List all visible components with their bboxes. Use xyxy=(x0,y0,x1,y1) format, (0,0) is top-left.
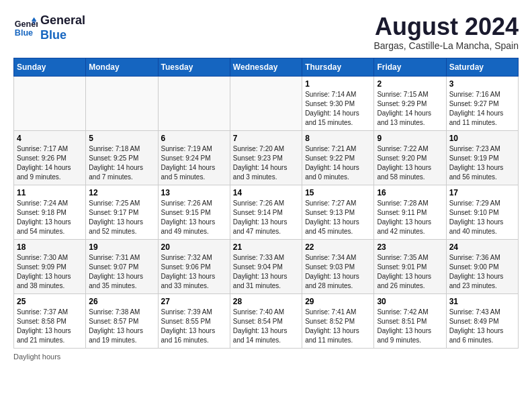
table-row: 23Sunrise: 7:35 AM Sunset: 9:01 PM Dayli… xyxy=(374,239,446,293)
day-number: 4 xyxy=(17,134,83,143)
month-title: August 2024 xyxy=(373,13,519,40)
day-number: 30 xyxy=(377,297,443,306)
day-number: 16 xyxy=(377,188,443,197)
day-number: 18 xyxy=(17,242,83,252)
day-info: Sunrise: 7:26 AM Sunset: 9:15 PM Dayligh… xyxy=(161,199,227,236)
table-row: 26Sunrise: 7:38 AM Sunset: 8:57 PM Dayli… xyxy=(86,293,158,348)
title-area: August 2024 Bargas, Castille-La Mancha, … xyxy=(373,13,519,51)
day-info: Sunrise: 7:38 AM Sunset: 8:57 PM Dayligh… xyxy=(89,308,154,345)
day-info: Sunrise: 7:36 AM Sunset: 9:00 PM Dayligh… xyxy=(449,253,515,291)
day-info: Sunrise: 7:19 AM Sunset: 9:24 PM Dayligh… xyxy=(161,144,227,182)
calendar-week-row: 11Sunrise: 7:24 AM Sunset: 9:18 PM Dayli… xyxy=(14,185,519,239)
day-info: Sunrise: 7:41 AM Sunset: 8:52 PM Dayligh… xyxy=(305,308,371,345)
day-info: Sunrise: 7:17 AM Sunset: 9:26 PM Dayligh… xyxy=(17,144,83,182)
day-number: 20 xyxy=(161,242,227,252)
day-info: Sunrise: 7:22 AM Sunset: 9:20 PM Dayligh… xyxy=(377,144,443,182)
logo-icon: General Blue xyxy=(13,16,38,40)
logo-text: General Blue xyxy=(40,13,85,42)
day-number: 1 xyxy=(305,79,371,89)
table-row: 17Sunrise: 7:29 AM Sunset: 9:10 PM Dayli… xyxy=(446,185,518,239)
calendar-week-row: 25Sunrise: 7:37 AM Sunset: 8:58 PM Dayli… xyxy=(14,293,519,348)
day-info: Sunrise: 7:43 AM Sunset: 8:49 PM Dayligh… xyxy=(449,308,515,345)
day-number: 27 xyxy=(161,297,227,306)
day-number: 25 xyxy=(17,297,83,306)
day-number: 9 xyxy=(377,134,443,143)
table-row xyxy=(230,76,302,130)
day-info: Sunrise: 7:16 AM Sunset: 9:27 PM Dayligh… xyxy=(449,90,515,128)
table-row: 24Sunrise: 7:36 AM Sunset: 9:00 PM Dayli… xyxy=(446,239,518,293)
table-row: 25Sunrise: 7:37 AM Sunset: 8:58 PM Dayli… xyxy=(14,293,86,348)
table-row: 14Sunrise: 7:26 AM Sunset: 9:14 PM Dayli… xyxy=(230,185,302,239)
day-info: Sunrise: 7:27 AM Sunset: 9:13 PM Dayligh… xyxy=(305,199,371,236)
day-number: 3 xyxy=(449,79,515,89)
day-info: Sunrise: 7:15 AM Sunset: 9:29 PM Dayligh… xyxy=(377,90,443,128)
table-row: 8Sunrise: 7:21 AM Sunset: 9:22 PM Daylig… xyxy=(302,130,374,185)
day-number: 22 xyxy=(305,242,371,252)
day-info: Sunrise: 7:37 AM Sunset: 8:58 PM Dayligh… xyxy=(17,308,83,345)
day-info: Sunrise: 7:29 AM Sunset: 9:10 PM Dayligh… xyxy=(449,199,515,236)
table-row: 2Sunrise: 7:15 AM Sunset: 9:29 PM Daylig… xyxy=(374,76,446,130)
day-info: Sunrise: 7:42 AM Sunset: 8:51 PM Dayligh… xyxy=(377,308,443,345)
table-row: 4Sunrise: 7:17 AM Sunset: 9:26 PM Daylig… xyxy=(14,130,86,185)
day-number: 12 xyxy=(89,188,154,197)
day-number: 19 xyxy=(89,242,154,252)
table-row: 6Sunrise: 7:19 AM Sunset: 9:24 PM Daylig… xyxy=(158,130,230,185)
day-number: 7 xyxy=(233,134,299,143)
day-number: 15 xyxy=(305,188,371,197)
day-info: Sunrise: 7:33 AM Sunset: 9:04 PM Dayligh… xyxy=(233,253,299,291)
table-row: 16Sunrise: 7:28 AM Sunset: 9:11 PM Dayli… xyxy=(374,185,446,239)
day-info: Sunrise: 7:14 AM Sunset: 9:30 PM Dayligh… xyxy=(305,90,371,128)
day-info: Sunrise: 7:21 AM Sunset: 9:22 PM Dayligh… xyxy=(305,144,371,182)
table-row: 5Sunrise: 7:18 AM Sunset: 9:25 PM Daylig… xyxy=(86,130,158,185)
table-row: 19Sunrise: 7:31 AM Sunset: 9:07 PM Dayli… xyxy=(86,239,158,293)
table-row: 7Sunrise: 7:20 AM Sunset: 9:23 PM Daylig… xyxy=(230,130,302,185)
day-info: Sunrise: 7:20 AM Sunset: 9:23 PM Dayligh… xyxy=(233,144,299,182)
day-number: 10 xyxy=(449,134,515,143)
col-thursday: Thursday xyxy=(302,58,374,76)
table-row: 31Sunrise: 7:43 AM Sunset: 8:49 PM Dayli… xyxy=(446,293,518,348)
logo: General Blue General Blue xyxy=(13,13,85,42)
table-row: 3Sunrise: 7:16 AM Sunset: 9:27 PM Daylig… xyxy=(446,76,518,130)
day-info: Sunrise: 7:28 AM Sunset: 9:11 PM Dayligh… xyxy=(377,199,443,236)
col-monday: Monday xyxy=(86,58,158,76)
table-row: 18Sunrise: 7:30 AM Sunset: 9:09 PM Dayli… xyxy=(14,239,86,293)
table-row: 29Sunrise: 7:41 AM Sunset: 8:52 PM Dayli… xyxy=(302,293,374,348)
day-info: Sunrise: 7:30 AM Sunset: 9:09 PM Dayligh… xyxy=(17,253,83,291)
table-row xyxy=(14,76,86,130)
day-info: Sunrise: 7:23 AM Sunset: 9:19 PM Dayligh… xyxy=(449,144,515,182)
calendar-header-row: Sunday Monday Tuesday Wednesday Thursday… xyxy=(14,58,519,76)
day-info: Sunrise: 7:34 AM Sunset: 9:03 PM Dayligh… xyxy=(305,253,371,291)
table-row xyxy=(158,76,230,130)
day-number: 26 xyxy=(89,297,154,306)
day-info: Sunrise: 7:35 AM Sunset: 9:01 PM Dayligh… xyxy=(377,253,443,291)
col-tuesday: Tuesday xyxy=(158,58,230,76)
day-number: 23 xyxy=(377,242,443,252)
table-row: 30Sunrise: 7:42 AM Sunset: 8:51 PM Dayli… xyxy=(374,293,446,348)
day-number: 6 xyxy=(161,134,227,143)
day-number: 24 xyxy=(449,242,515,252)
header: General Blue General Blue August 2024 Ba… xyxy=(13,13,519,51)
table-row: 12Sunrise: 7:25 AM Sunset: 9:17 PM Dayli… xyxy=(86,185,158,239)
day-number: 14 xyxy=(233,188,299,197)
col-wednesday: Wednesday xyxy=(230,58,302,76)
day-info: Sunrise: 7:40 AM Sunset: 8:54 PM Dayligh… xyxy=(233,308,299,345)
table-row: 10Sunrise: 7:23 AM Sunset: 9:19 PM Dayli… xyxy=(446,130,518,185)
day-number: 11 xyxy=(17,188,83,197)
svg-text:Blue: Blue xyxy=(15,28,33,37)
col-saturday: Saturday xyxy=(446,58,518,76)
table-row: 13Sunrise: 7:26 AM Sunset: 9:15 PM Dayli… xyxy=(158,185,230,239)
table-row: 22Sunrise: 7:34 AM Sunset: 9:03 PM Dayli… xyxy=(302,239,374,293)
day-info: Sunrise: 7:39 AM Sunset: 8:55 PM Dayligh… xyxy=(161,308,227,345)
table-row: 27Sunrise: 7:39 AM Sunset: 8:55 PM Dayli… xyxy=(158,293,230,348)
day-info: Sunrise: 7:32 AM Sunset: 9:06 PM Dayligh… xyxy=(161,253,227,291)
day-info: Sunrise: 7:31 AM Sunset: 9:07 PM Dayligh… xyxy=(89,253,154,291)
calendar-week-row: 1Sunrise: 7:14 AM Sunset: 9:30 PM Daylig… xyxy=(14,76,519,130)
table-row: 28Sunrise: 7:40 AM Sunset: 8:54 PM Dayli… xyxy=(230,293,302,348)
day-number: 17 xyxy=(449,188,515,197)
location-subtitle: Bargas, Castille-La Mancha, Spain xyxy=(373,40,519,51)
day-number: 31 xyxy=(449,297,515,306)
day-info: Sunrise: 7:24 AM Sunset: 9:18 PM Dayligh… xyxy=(17,199,83,236)
table-row: 15Sunrise: 7:27 AM Sunset: 9:13 PM Dayli… xyxy=(302,185,374,239)
day-info: Sunrise: 7:25 AM Sunset: 9:17 PM Dayligh… xyxy=(89,199,154,236)
col-sunday: Sunday xyxy=(14,58,86,76)
